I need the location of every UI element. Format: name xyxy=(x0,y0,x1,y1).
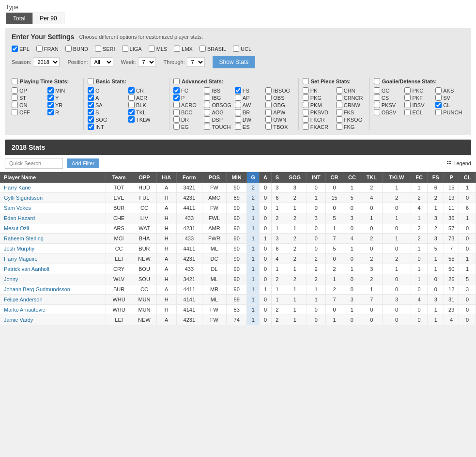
player-link[interactable]: Josh Murphy xyxy=(4,246,34,252)
league-seri[interactable]: SERI xyxy=(95,46,115,52)
cb-a2[interactable]: A xyxy=(88,95,124,101)
league-liga[interactable]: LIGA xyxy=(122,46,142,52)
cb-pksv[interactable]: PKSV xyxy=(374,102,403,108)
cb-pksvd[interactable]: PKSVD xyxy=(303,109,332,115)
cb-own[interactable]: OWN xyxy=(265,116,294,123)
cb-fks[interactable]: FKS xyxy=(336,109,366,115)
cb-touch[interactable]: TOUCH xyxy=(204,124,232,130)
cb-gc[interactable]: GC xyxy=(374,87,403,94)
add-filter-button[interactable]: Add Filter xyxy=(67,158,99,168)
cb-fkg[interactable]: FKG xyxy=(336,124,366,130)
player-link[interactable]: Sam Vokes xyxy=(4,205,31,211)
advanced-stats-toggle[interactable] xyxy=(173,78,180,84)
cb-off[interactable]: OFF xyxy=(12,109,44,115)
cb-br[interactable]: BR xyxy=(235,109,263,115)
cb-apw[interactable]: APW xyxy=(265,109,294,115)
col-a[interactable]: A xyxy=(260,172,272,183)
col-s[interactable]: S xyxy=(271,172,283,183)
through-select[interactable]: 7 123456 xyxy=(187,57,205,67)
legend-button[interactable]: ☷ Legend xyxy=(446,160,471,167)
tab-total[interactable]: Total xyxy=(6,13,32,24)
col-cl[interactable]: CL xyxy=(459,172,476,183)
cb-punch[interactable]: PUNCH xyxy=(435,109,464,115)
cb-obsv[interactable]: OBSV xyxy=(374,109,403,115)
cb-on[interactable]: ON xyxy=(12,102,44,108)
cb-ap[interactable]: AP xyxy=(235,95,263,101)
league-fran[interactable]: FRAN xyxy=(36,46,59,52)
cb-pkc[interactable]: PKC xyxy=(404,87,433,94)
player-link[interactable]: Gylfi Sigurdsson xyxy=(4,195,43,201)
league-ucl[interactable]: UCL xyxy=(233,46,251,52)
player-link[interactable]: Jamie Vardy xyxy=(4,317,33,323)
cb-s2[interactable]: S xyxy=(88,109,124,115)
col-int[interactable]: INT xyxy=(307,172,325,183)
cb-ecl[interactable]: ECL xyxy=(404,109,433,115)
cb-aks[interactable]: AKS xyxy=(435,87,464,94)
col-fs[interactable]: FS xyxy=(428,172,444,183)
player-link[interactable]: Marko Arnautovic xyxy=(4,307,45,313)
cb-aog[interactable]: AOG xyxy=(204,109,232,115)
cb-obsog[interactable]: OBSOG xyxy=(204,102,232,108)
cb-dr[interactable]: DR xyxy=(173,116,202,123)
cb-crn[interactable]: CRN xyxy=(336,87,366,94)
cb-ibs[interactable]: IBS xyxy=(204,87,232,94)
cb-y[interactable]: Y xyxy=(47,95,79,101)
show-stats-button[interactable]: Show Stats xyxy=(213,56,256,68)
league-epl[interactable]: EPL xyxy=(12,46,30,52)
cb-crnw[interactable]: CRNW xyxy=(336,102,366,108)
player-link[interactable]: Mesut Ozil xyxy=(4,225,29,231)
player-link[interactable]: Jonny xyxy=(4,276,18,282)
league-brasil[interactable]: BRASIL xyxy=(200,46,226,52)
cb-fkcr[interactable]: FKCR xyxy=(303,116,332,123)
goalie-toggle[interactable] xyxy=(374,78,380,84)
quick-search-input[interactable] xyxy=(5,158,63,169)
cb-obs[interactable]: OBS xyxy=(265,95,294,101)
cb-aw[interactable]: AW xyxy=(235,102,263,108)
position-select[interactable]: All FW MF DF GK xyxy=(90,57,113,67)
player-link[interactable]: Eden Hazard xyxy=(4,215,35,221)
col-min[interactable]: MIN xyxy=(226,172,247,183)
cb-sog2[interactable]: SOG xyxy=(88,116,124,123)
cb-gp[interactable]: GP xyxy=(12,87,44,94)
player-link[interactable]: Harry Kane xyxy=(4,185,31,190)
col-p[interactable]: P xyxy=(444,172,459,183)
cb-cl2[interactable]: CL xyxy=(435,102,464,108)
playing-time-toggle[interactable] xyxy=(12,78,18,84)
season-select[interactable]: 2018 2017 xyxy=(33,57,60,67)
cb-ibsog[interactable]: IBSOG xyxy=(265,87,294,94)
player-link[interactable]: Johann Berg Gudmundsson xyxy=(4,286,70,292)
cb-acr[interactable]: ACR xyxy=(128,95,165,101)
col-cr[interactable]: CR xyxy=(325,172,343,183)
cb-min[interactable]: MIN xyxy=(47,87,79,94)
cb-pk[interactable]: PK xyxy=(303,87,332,94)
col-tklw[interactable]: TKLW xyxy=(383,172,411,183)
player-link[interactable]: Felipe Anderson xyxy=(4,297,43,302)
cb-blk[interactable]: BLK xyxy=(128,102,165,108)
col-team[interactable]: Team xyxy=(106,172,132,183)
cb-fc[interactable]: FC xyxy=(173,87,202,94)
cb-crncr[interactable]: CRNCR xyxy=(336,95,366,101)
set-piece-toggle[interactable] xyxy=(303,78,309,84)
col-fc[interactable]: FC xyxy=(411,172,428,183)
cb-dsp[interactable]: DSP xyxy=(204,116,232,123)
col-tkl[interactable]: TKL xyxy=(361,172,382,183)
league-lmx[interactable]: LMX xyxy=(174,46,193,52)
cb-tkl[interactable]: TKL xyxy=(128,109,165,115)
week-select[interactable]: 7 123456 xyxy=(138,57,156,67)
cb-fksog[interactable]: FKSOG xyxy=(336,116,366,123)
cb-int[interactable]: INT xyxy=(88,124,124,130)
col-ha[interactable]: H/A xyxy=(156,172,176,183)
cb-r[interactable]: R xyxy=(47,109,79,115)
cb-bcc[interactable]: BCC xyxy=(173,109,202,115)
tab-per90[interactable]: Per 90 xyxy=(32,13,64,24)
cb-sv[interactable]: SV xyxy=(435,95,464,101)
cb-acro[interactable]: ACRO xyxy=(173,102,202,108)
cb-tbox[interactable]: TBOX xyxy=(265,124,294,130)
cb-pkg[interactable]: PKG xyxy=(303,95,332,101)
col-form[interactable]: Form xyxy=(176,172,202,183)
league-bund[interactable]: BUND xyxy=(65,46,88,52)
cb-pkm[interactable]: PKM xyxy=(303,102,332,108)
cb-dw[interactable]: DW xyxy=(235,116,263,123)
cb-eg[interactable]: EG xyxy=(173,124,202,130)
cb-sa[interactable]: SA xyxy=(88,102,124,108)
